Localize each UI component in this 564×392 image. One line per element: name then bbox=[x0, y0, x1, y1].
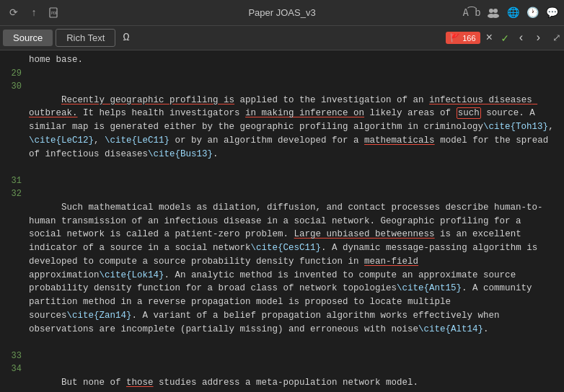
track-changes-badge[interactable]: 🚩 166 bbox=[446, 32, 480, 44]
line-number: 31 bbox=[0, 174, 29, 187]
line-item: 31 bbox=[0, 174, 564, 187]
next-button[interactable]: › bbox=[531, 32, 545, 45]
line-number: 29 bbox=[0, 67, 29, 80]
highlighted-phrase: Large unbiased betweenness bbox=[294, 229, 435, 239]
line-number: 34 bbox=[0, 362, 29, 392]
highlighted-phrase: mathematicals bbox=[364, 135, 435, 146]
cite-ref: \cite{Lok14} bbox=[100, 270, 164, 280]
cite-ref: \cite{Zan14} bbox=[67, 311, 132, 321]
svg-point-5 bbox=[492, 14, 499, 18]
highlighted-word: those bbox=[126, 378, 154, 388]
line-item: 29 bbox=[0, 67, 564, 80]
svg-point-2 bbox=[489, 9, 493, 13]
line-text bbox=[29, 67, 564, 79]
svg-point-3 bbox=[493, 9, 498, 13]
line-text: home base. bbox=[29, 53, 564, 67]
line-item: 34 But none of those studies address a m… bbox=[0, 362, 564, 392]
editor-content: home base. 29 30 Recently geographic pro… bbox=[0, 50, 564, 392]
line-item: home base. bbox=[0, 53, 564, 67]
cite-ref: \cite{Toh13} bbox=[483, 122, 548, 132]
globe-icon[interactable]: 🌐 bbox=[507, 5, 519, 21]
rich-text-tab[interactable]: Rich Text bbox=[56, 29, 115, 47]
cite-ref: \cite{CesC11} bbox=[251, 243, 322, 253]
cite-ref: \cite{Ant15} bbox=[397, 283, 462, 293]
line-text: Such mathematical models as dilation, di… bbox=[29, 187, 564, 349]
upload-icon[interactable]: ↑ bbox=[26, 5, 42, 21]
window-title: Paper JOAS_v3 bbox=[92, 7, 472, 18]
font-icon[interactable]: A͡b bbox=[464, 5, 480, 21]
cite-ref: \cite{LeC12} bbox=[29, 135, 94, 146]
line-text: Recently geographic profiling is applied… bbox=[29, 80, 564, 174]
line-item: 32 Such mathematical models as dilation,… bbox=[0, 187, 564, 349]
line-number: 30 bbox=[0, 80, 29, 174]
source-tab[interactable]: Source bbox=[3, 30, 53, 46]
highlighted-phrase: mean-field bbox=[364, 257, 418, 267]
title-bar-left-icons: ⟳ ↑ PDF bbox=[6, 5, 92, 21]
line-number: 33 bbox=[0, 349, 29, 362]
line-item: 30 Recently geographic profiling is appl… bbox=[0, 80, 564, 174]
rotate-icon[interactable]: ⟳ bbox=[6, 5, 22, 21]
line-text bbox=[29, 174, 564, 186]
pdf-icon[interactable]: PDF bbox=[46, 5, 62, 21]
title-bar: ⟳ ↑ PDF Paper JOAS_v3 A͡b 🌐 🕐 💬 bbox=[0, 0, 564, 26]
prev-button[interactable]: ‹ bbox=[514, 32, 529, 45]
toolbar: Source Rich Text Ω 🚩 166 × ✓ ‹ › ⤢ bbox=[0, 26, 564, 50]
line-text: But none of those studies address a meta… bbox=[29, 362, 564, 392]
svg-text:PDF: PDF bbox=[51, 12, 58, 16]
cite-ref: \cite{LeC11} bbox=[105, 135, 169, 146]
highlighted-phrase: in making inference on bbox=[245, 108, 364, 118]
expand-button[interactable]: ⤢ bbox=[552, 32, 561, 44]
accept-button[interactable]: ✓ bbox=[498, 31, 511, 45]
line-item: 33 bbox=[0, 349, 564, 362]
track-changes-count: 166 bbox=[462, 34, 475, 43]
highlighted-word: such bbox=[457, 107, 481, 119]
line-number bbox=[0, 53, 29, 67]
flag-icon: 🚩 bbox=[450, 33, 460, 43]
history-icon[interactable]: 🕐 bbox=[526, 5, 539, 21]
title-bar-right-icons: A͡b 🌐 🕐 💬 bbox=[472, 5, 558, 21]
line-number: 32 bbox=[0, 187, 29, 349]
highlighted-phrase: Recently geographic profiling is bbox=[61, 95, 234, 105]
chat-icon[interactable]: 💬 bbox=[546, 5, 558, 21]
omega-button[interactable]: Ω bbox=[118, 32, 133, 44]
cite-ref: \cite{Alt14} bbox=[418, 324, 483, 334]
line-text bbox=[29, 349, 564, 361]
reject-button[interactable]: × bbox=[483, 32, 496, 45]
cite-ref: \cite{Bus13} bbox=[148, 149, 213, 159]
users-icon[interactable] bbox=[487, 5, 500, 21]
